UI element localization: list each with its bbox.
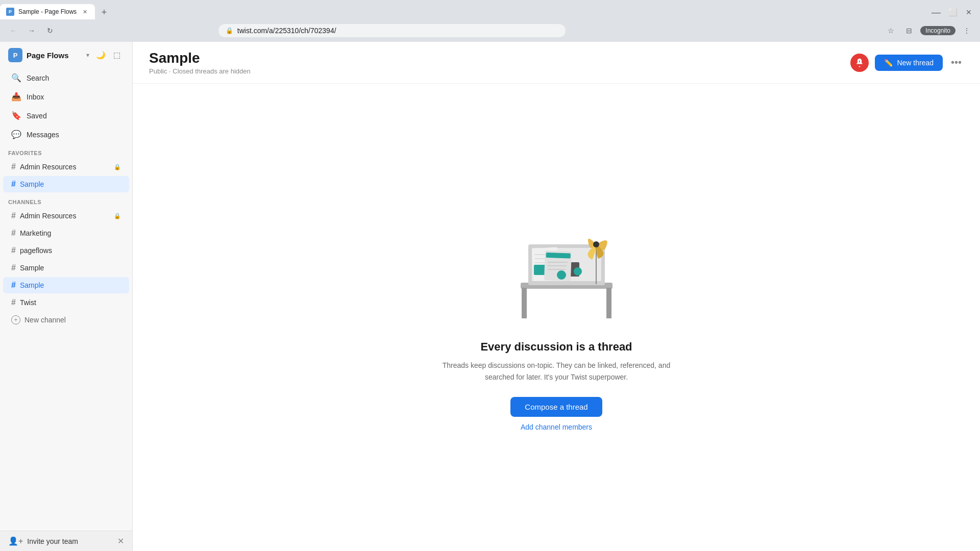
active-tab[interactable]: P Sample - Page Flows ✕	[0, 4, 95, 19]
channel-twist-label: Twist	[20, 298, 121, 307]
tab-favicon: P	[6, 8, 14, 16]
tab-bar: P Sample - Page Flows ✕ + — ⬜ ✕	[0, 0, 980, 19]
favorites-section-label: Favorites	[0, 144, 132, 158]
channel-hash-icon: #	[11, 162, 16, 171]
workspace-name: Page Flows	[27, 51, 82, 60]
window-restore-button[interactable]: ⬜	[945, 5, 960, 19]
incognito-badge: Incognito	[920, 26, 955, 35]
window-close-button[interactable]: ✕	[962, 5, 976, 19]
notifications-button[interactable]	[850, 54, 869, 72]
new-channel-label: New channel	[24, 316, 66, 324]
channel-sample-2-label: Sample	[20, 281, 121, 289]
new-thread-button[interactable]: ✏️ New thread	[875, 55, 943, 71]
url-display[interactable]: twist.com/a/225310/ch/702394/	[237, 27, 336, 35]
channel-header: Sample Public · Closed threads are hidde…	[133, 42, 980, 84]
channel-subtitle: Public · Closed threads are hidden	[149, 67, 850, 75]
channel-hash-icon: #	[11, 180, 16, 189]
chrome-menu-button[interactable]: ⋮	[960, 23, 974, 38]
main-content: Sample Public · Closed threads are hidde…	[133, 42, 980, 551]
channel-item-sample-1[interactable]: # Sample	[3, 260, 129, 276]
plus-icon: +	[11, 315, 20, 324]
channel-marketing-label: Marketing	[20, 229, 121, 237]
empty-state-description: Threads keep discussions on-topic. They …	[429, 360, 684, 383]
nav-messages-label: Messages	[27, 131, 59, 139]
channel-hash-icon: #	[11, 229, 16, 238]
add-channel-members-link[interactable]: Add channel members	[521, 423, 592, 431]
empty-illustration	[490, 204, 623, 326]
lock-icon-admin-channel: 🔒	[114, 213, 121, 219]
workspace-avatar: P	[8, 48, 22, 62]
nav-search-label: Search	[27, 74, 49, 82]
forward-button[interactable]: →	[24, 23, 39, 38]
svg-point-11	[574, 267, 582, 276]
nav-item-search[interactable]: 🔍 Search	[3, 69, 129, 87]
search-icon: 🔍	[11, 73, 21, 83]
channel-item-marketing[interactable]: # Marketing	[3, 225, 129, 241]
channel-info: Sample Public · Closed threads are hidde…	[149, 50, 850, 75]
sidebar-header: P Page Flows ▾ 🌙 ⬚	[0, 42, 132, 68]
channel-hash-icon: #	[11, 246, 16, 255]
svg-rect-1	[522, 288, 527, 318]
new-tab-button[interactable]: +	[97, 5, 111, 19]
nav-item-saved[interactable]: 🔖 Saved	[3, 107, 129, 124]
messages-icon: 💬	[11, 130, 21, 139]
compose-thread-button[interactable]: Compose a thread	[510, 397, 602, 417]
window-minimize-button[interactable]: —	[929, 5, 943, 19]
favorite-item-admin-resources[interactable]: # Admin Resources 🔒	[3, 159, 129, 175]
svg-rect-2	[606, 288, 611, 318]
dark-mode-toggle[interactable]: 🌙	[93, 48, 108, 62]
saved-icon: 🔖	[11, 111, 21, 120]
workspace-chevron-icon[interactable]: ▾	[86, 52, 89, 59]
add-channel-button[interactable]: + New channel	[3, 312, 129, 328]
tab-close-button[interactable]: ✕	[81, 8, 89, 16]
svg-point-13	[593, 241, 599, 247]
lock-icon-admin-fav: 🔒	[114, 164, 121, 170]
nav-item-inbox[interactable]: 📥 Inbox	[3, 88, 129, 106]
channels-section-label: Channels	[0, 193, 132, 207]
more-options-button[interactable]: •••	[949, 55, 964, 70]
invite-icon: 👤+	[8, 536, 23, 546]
channel-hash-icon: #	[11, 263, 16, 272]
back-button[interactable]: ←	[6, 23, 20, 38]
channel-hash-icon: #	[11, 281, 16, 290]
favorite-admin-resources-label: Admin Resources	[20, 163, 110, 171]
inbox-icon: 📥	[11, 92, 21, 102]
browser-chrome: P Sample - Page Flows ✕ + — ⬜ ✕ ← → ↻ 🔒 …	[0, 0, 980, 42]
address-bar: ← → ↻ 🔒 twist.com/a/225310/ch/702394/ ☆ …	[0, 19, 980, 42]
lock-icon: 🔒	[226, 27, 233, 34]
bookmark-button[interactable]: ☆	[884, 23, 898, 38]
channel-item-pageflows[interactable]: # pageflows	[3, 242, 129, 259]
nav-inbox-label: Inbox	[27, 93, 44, 101]
nav-saved-label: Saved	[27, 112, 47, 120]
window-controls: — ⬜ ✕	[929, 5, 980, 19]
app-container: P Page Flows ▾ 🌙 ⬚ 🔍 Search 📥 Inbox 🔖 Sa…	[0, 42, 980, 551]
empty-state: Every discussion is a thread Threads kee…	[133, 84, 980, 551]
empty-state-title: Every discussion is a thread	[480, 340, 632, 354]
channel-title: Sample	[149, 50, 850, 66]
new-thread-label: New thread	[897, 59, 934, 67]
channel-item-twist[interactable]: # Twist	[3, 294, 129, 311]
channel-hash-icon: #	[11, 298, 16, 307]
sidebar: P Page Flows ▾ 🌙 ⬚ 🔍 Search 📥 Inbox 🔖 Sa…	[0, 42, 133, 551]
reload-button[interactable]: ↻	[43, 23, 57, 38]
invite-team-label[interactable]: Invite your team	[27, 537, 113, 545]
new-thread-icon: ✏️	[884, 59, 893, 67]
svg-rect-15	[546, 253, 571, 259]
svg-point-19	[557, 270, 566, 280]
channel-item-admin-resources[interactable]: # Admin Resources 🔒	[3, 208, 129, 224]
favorite-sample-label: Sample	[20, 180, 121, 188]
channel-sample-1-label: Sample	[20, 264, 121, 272]
invite-close-button[interactable]: ✕	[117, 536, 124, 546]
sidebar-header-icons: 🌙 ⬚	[93, 48, 124, 62]
channel-hash-icon: #	[11, 211, 16, 220]
layout-toggle[interactable]: ⬚	[110, 48, 124, 62]
channel-item-sample-2[interactable]: # Sample	[3, 277, 129, 293]
nav-item-messages[interactable]: 💬 Messages	[3, 126, 129, 143]
channel-pageflows-label: pageflows	[20, 246, 121, 255]
bell-icon	[854, 58, 865, 68]
split-screen-button[interactable]: ⊟	[902, 23, 916, 38]
header-actions: ✏️ New thread •••	[850, 54, 964, 72]
channel-admin-resources-label: Admin Resources	[20, 212, 110, 220]
favorite-item-sample[interactable]: # Sample	[3, 176, 129, 192]
tab-title: Sample - Page Flows	[18, 8, 77, 15]
